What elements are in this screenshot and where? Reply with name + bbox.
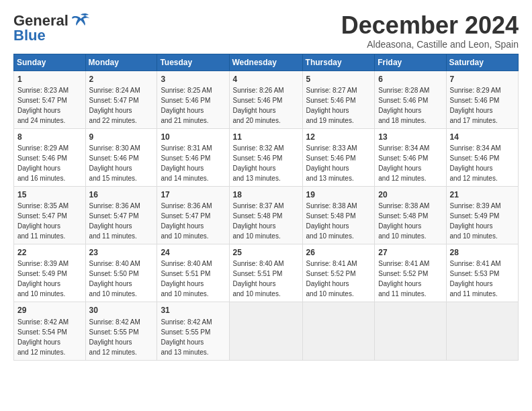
day-number: 30 (89, 305, 154, 316)
calendar-cell: 3 Sunrise: 8:25 AMSunset: 5:46 PMDayligh… (157, 71, 229, 128)
calendar-cell: 19 Sunrise: 8:38 AMSunset: 5:48 PMDaylig… (302, 186, 375, 244)
day-header-saturday: Saturday (446, 54, 518, 71)
day-detail: Sunrise: 8:40 AMSunset: 5:50 PMDaylight … (89, 260, 140, 298)
calendar-cell: 1 Sunrise: 8:23 AMSunset: 5:47 PMDayligh… (14, 71, 86, 128)
day-number: 3 (161, 74, 225, 85)
day-detail: Sunrise: 8:23 AMSunset: 5:47 PMDaylight … (17, 87, 69, 124)
page-container: General Blue December 2024 Aldeasona, Ca… (0, 0, 532, 367)
day-number: 31 (161, 305, 225, 316)
location: Aldeasona, Castille and Leon, Spain (341, 39, 519, 50)
calendar-cell: 7 Sunrise: 8:29 AMSunset: 5:46 PMDayligh… (446, 71, 518, 128)
calendar-cell: 2 Sunrise: 8:24 AMSunset: 5:47 PMDayligh… (85, 71, 157, 128)
day-number: 29 (17, 305, 82, 316)
day-detail: Sunrise: 8:32 AMSunset: 5:46 PMDaylight … (233, 144, 284, 182)
calendar-cell: 15 Sunrise: 8:35 AMSunset: 5:47 PMDaylig… (14, 186, 86, 244)
calendar-week-row: 1 Sunrise: 8:23 AMSunset: 5:47 PMDayligh… (14, 71, 519, 128)
calendar-cell: 8 Sunrise: 8:29 AMSunset: 5:46 PMDayligh… (14, 128, 86, 186)
calendar-cell: 22 Sunrise: 8:39 AMSunset: 5:49 PMDaylig… (14, 244, 86, 302)
day-detail: Sunrise: 8:36 AMSunset: 5:47 PMDaylight … (161, 202, 212, 240)
day-number: 28 (450, 247, 515, 258)
calendar-cell: 16 Sunrise: 8:36 AMSunset: 5:47 PMDaylig… (85, 186, 157, 244)
day-number: 9 (89, 132, 154, 142)
day-detail: Sunrise: 8:24 AMSunset: 5:47 PMDaylight … (89, 87, 140, 124)
calendar-cell: 27 Sunrise: 8:41 AMSunset: 5:52 PMDaylig… (375, 244, 446, 302)
calendar-cell: 25 Sunrise: 8:40 AMSunset: 5:51 PMDaylig… (229, 244, 302, 302)
day-detail: Sunrise: 8:28 AMSunset: 5:46 PMDaylight … (378, 87, 429, 124)
day-header-monday: Monday (85, 54, 157, 71)
day-header-tuesday: Tuesday (157, 54, 229, 71)
day-detail: Sunrise: 8:31 AMSunset: 5:46 PMDaylight … (161, 144, 212, 182)
day-number: 20 (378, 189, 442, 200)
day-detail: Sunrise: 8:29 AMSunset: 5:46 PMDaylight … (17, 144, 69, 182)
day-number: 24 (161, 247, 225, 258)
day-detail: Sunrise: 8:29 AMSunset: 5:46 PMDaylight … (450, 87, 501, 124)
calendar-week-row: 29 Sunrise: 8:42 AMSunset: 5:54 PMDaylig… (14, 302, 519, 360)
calendar-cell (229, 302, 302, 360)
day-detail: Sunrise: 8:41 AMSunset: 5:53 PMDaylight … (450, 260, 501, 298)
day-detail: Sunrise: 8:41 AMSunset: 5:52 PMDaylight … (378, 260, 429, 298)
day-detail: Sunrise: 8:25 AMSunset: 5:46 PMDaylight … (161, 87, 212, 124)
day-number: 1 (17, 74, 82, 85)
calendar-cell: 12 Sunrise: 8:33 AMSunset: 5:46 PMDaylig… (302, 128, 375, 186)
day-number: 16 (89, 189, 154, 200)
calendar-cell: 11 Sunrise: 8:32 AMSunset: 5:46 PMDaylig… (229, 128, 302, 186)
calendar-cell: 4 Sunrise: 8:26 AMSunset: 5:46 PMDayligh… (229, 71, 302, 128)
calendar-cell: 6 Sunrise: 8:28 AMSunset: 5:46 PMDayligh… (375, 71, 446, 128)
calendar-cell: 28 Sunrise: 8:41 AMSunset: 5:53 PMDaylig… (446, 244, 518, 302)
calendar-cell: 17 Sunrise: 8:36 AMSunset: 5:47 PMDaylig… (157, 186, 229, 244)
calendar-table: SundayMondayTuesdayWednesdayThursdayFrid… (13, 54, 519, 361)
day-detail: Sunrise: 8:35 AMSunset: 5:47 PMDaylight … (17, 202, 69, 240)
day-header-thursday: Thursday (302, 54, 375, 71)
day-detail: Sunrise: 8:27 AMSunset: 5:46 PMDaylight … (306, 87, 357, 124)
day-number: 17 (161, 189, 225, 200)
day-number: 21 (450, 189, 515, 200)
day-number: 18 (233, 189, 299, 200)
day-detail: Sunrise: 8:41 AMSunset: 5:52 PMDaylight … (306, 260, 357, 298)
day-header-friday: Friday (375, 54, 446, 71)
day-number: 13 (378, 132, 442, 142)
calendar-cell: 29 Sunrise: 8:42 AMSunset: 5:54 PMDaylig… (14, 302, 86, 360)
logo: General Blue (13, 12, 90, 44)
day-number: 25 (233, 247, 299, 258)
logo-blue: Blue (13, 27, 46, 44)
day-number: 19 (306, 189, 371, 200)
day-detail: Sunrise: 8:26 AMSunset: 5:46 PMDaylight … (233, 87, 284, 124)
day-detail: Sunrise: 8:33 AMSunset: 5:46 PMDaylight … (306, 144, 357, 182)
day-number: 2 (89, 74, 154, 85)
calendar-cell: 30 Sunrise: 8:42 AMSunset: 5:55 PMDaylig… (85, 302, 157, 360)
calendar-cell (446, 302, 518, 360)
calendar-header-row: SundayMondayTuesdayWednesdayThursdayFrid… (14, 54, 519, 71)
day-number: 27 (378, 247, 442, 258)
day-number: 6 (378, 74, 442, 85)
day-number: 4 (233, 74, 299, 85)
calendar-week-row: 8 Sunrise: 8:29 AMSunset: 5:46 PMDayligh… (14, 128, 519, 186)
calendar-cell: 26 Sunrise: 8:41 AMSunset: 5:52 PMDaylig… (302, 244, 375, 302)
day-detail: Sunrise: 8:38 AMSunset: 5:48 PMDaylight … (378, 202, 429, 240)
day-number: 8 (17, 132, 82, 142)
calendar-cell: 21 Sunrise: 8:39 AMSunset: 5:49 PMDaylig… (446, 186, 518, 244)
calendar-cell: 31 Sunrise: 8:42 AMSunset: 5:55 PMDaylig… (157, 302, 229, 360)
calendar-cell: 10 Sunrise: 8:31 AMSunset: 5:46 PMDaylig… (157, 128, 229, 186)
day-detail: Sunrise: 8:39 AMSunset: 5:49 PMDaylight … (450, 202, 501, 240)
calendar-cell: 20 Sunrise: 8:38 AMSunset: 5:48 PMDaylig… (375, 186, 446, 244)
day-detail: Sunrise: 8:38 AMSunset: 5:48 PMDaylight … (306, 202, 357, 240)
day-number: 14 (450, 132, 515, 142)
day-detail: Sunrise: 8:36 AMSunset: 5:47 PMDaylight … (89, 202, 140, 240)
day-detail: Sunrise: 8:37 AMSunset: 5:48 PMDaylight … (233, 202, 284, 240)
day-detail: Sunrise: 8:42 AMSunset: 5:54 PMDaylight … (17, 318, 69, 356)
day-number: 5 (306, 74, 371, 85)
title-block: December 2024 Aldeasona, Castille and Le… (341, 12, 519, 50)
day-number: 22 (17, 247, 82, 258)
day-detail: Sunrise: 8:42 AMSunset: 5:55 PMDaylight … (89, 318, 140, 356)
calendar-cell: 14 Sunrise: 8:34 AMSunset: 5:46 PMDaylig… (446, 128, 518, 186)
day-header-sunday: Sunday (14, 54, 86, 71)
calendar-cell: 18 Sunrise: 8:37 AMSunset: 5:48 PMDaylig… (229, 186, 302, 244)
day-detail: Sunrise: 8:40 AMSunset: 5:51 PMDaylight … (233, 260, 284, 298)
day-number: 11 (233, 132, 299, 142)
calendar-week-row: 22 Sunrise: 8:39 AMSunset: 5:49 PMDaylig… (14, 244, 519, 302)
day-detail: Sunrise: 8:42 AMSunset: 5:55 PMDaylight … (161, 318, 212, 356)
calendar-cell (375, 302, 446, 360)
day-number: 7 (450, 74, 515, 85)
day-number: 12 (306, 132, 371, 142)
header: General Blue December 2024 Aldeasona, Ca… (13, 12, 519, 50)
